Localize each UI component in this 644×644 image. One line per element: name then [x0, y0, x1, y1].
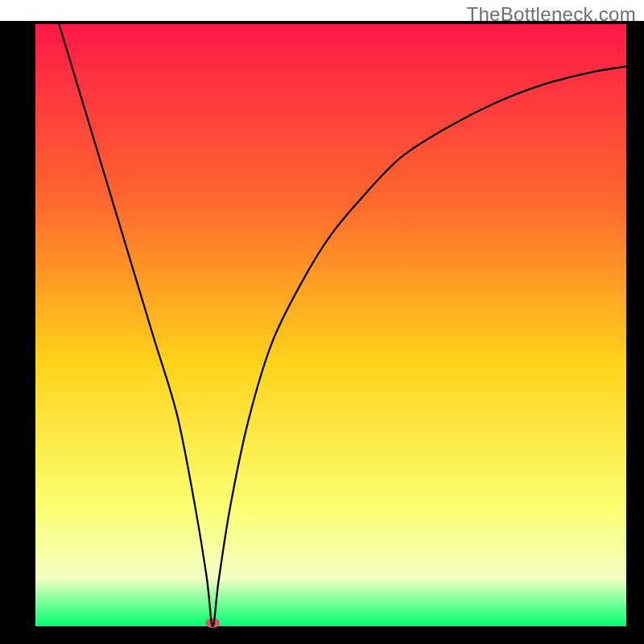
- chart-frame: TheBottleneck.com: [0, 0, 644, 644]
- bottleneck-chart: [0, 0, 644, 644]
- svg-rect-2: [35, 24, 626, 626]
- watermark-label: TheBottleneck.com: [466, 3, 636, 26]
